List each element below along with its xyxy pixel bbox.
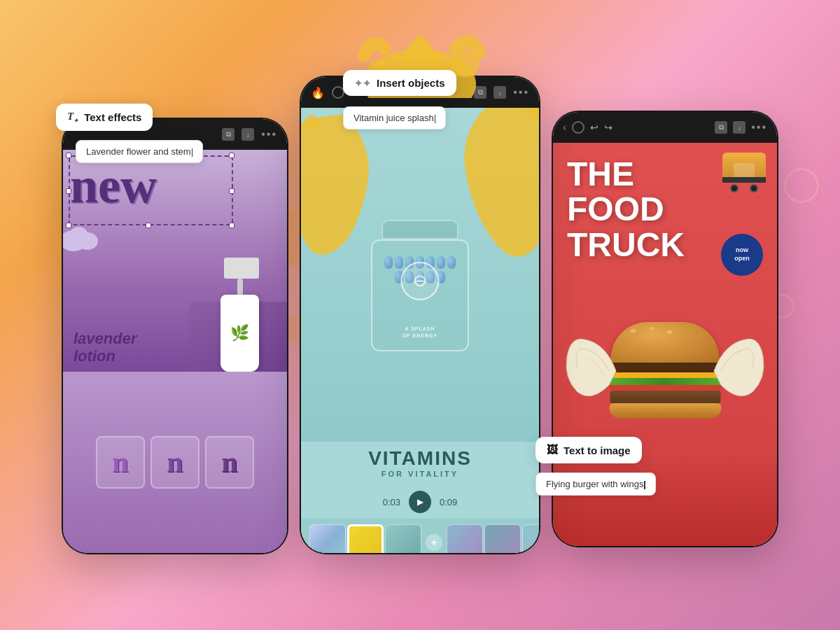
timeline-frame-5[interactable] [484, 524, 521, 553]
flying-burger-value: Flying burger with wings [546, 479, 643, 489]
burger-cursor [644, 481, 645, 489]
download-icon[interactable]: ↓ [241, 128, 254, 141]
selection-box [69, 155, 233, 225]
back-icon[interactable]: ‹ [563, 121, 566, 134]
food-truck-bottom-bg [553, 451, 777, 546]
letter-variant-2[interactable]: n [150, 436, 200, 489]
time-start: 0:03 [383, 497, 400, 507]
download-center-icon[interactable]: ↓ [493, 86, 506, 99]
burger-stack [608, 322, 723, 419]
add-clip-button[interactable]: + [426, 534, 442, 551]
flame-icon[interactable]: 🔥 [311, 86, 325, 99]
timeline-frame-1[interactable] [309, 524, 346, 553]
text-effects-icon: T✦ [67, 111, 78, 124]
text-to-image-label: Text to image [564, 444, 631, 456]
timeline-group-1 [309, 524, 421, 553]
now-open-text: nowopen [734, 246, 750, 262]
lavender-top-section: new 🌿 lavender [63, 150, 287, 372]
burger-visual-area [564, 308, 766, 455]
phone-left-wrapper: T✦ Text effects Lavender flower and stem… [63, 77, 287, 553]
phone-right-wrapper: ‹ ↩ ↩ ⧉ ↓ ••• THE FOOD [553, 84, 777, 546]
copy-icon[interactable]: ⧉ [222, 128, 234, 141]
main-container: ♡ ♡ ♡ ♡ ♡ T✦ Text effects Lavender flowe… [0, 0, 840, 630]
phone-left-topbar-right: ⧉ ↓ ••• [222, 128, 277, 141]
text-to-image-tooltip[interactable]: 🖼 Text to image [536, 437, 642, 463]
timeline-group-2 [447, 524, 539, 553]
phone-right-topbar: ‹ ↩ ↩ ⧉ ↓ ••• [553, 112, 777, 143]
vitamins-title: VITAMINS [312, 449, 528, 468]
insert-objects-tooltip[interactable]: ✦✦ Insert objects [343, 70, 456, 96]
lavender-cursor [192, 148, 193, 157]
food-truck-title: THE FOOD TRUCK [567, 157, 685, 262]
vitamin-juice-value: Vitamin juice splash [354, 113, 434, 123]
insert-objects-icon: ✦✦ [354, 78, 371, 89]
burger-wing-left [564, 336, 620, 409]
heart-deco-2: ♡ [799, 210, 812, 227]
vitamin-juice-input[interactable]: Vitamin juice splash [343, 106, 446, 130]
vitamin-jar: ⊖ A SPLASH OF ENERGY [368, 220, 472, 351]
vitamins-label: VITAMINS FOR VITALITY [301, 442, 539, 485]
splash-left-blob [301, 115, 374, 269]
play-button[interactable]: ▶ [409, 491, 431, 513]
svg-point-2 [451, 49, 479, 77]
lavender-input-value: Lavender flower and stem [86, 146, 191, 157]
heart-deco-4: ♡ [790, 322, 805, 342]
more-center-icon[interactable]: ••• [513, 86, 529, 99]
svg-point-4 [527, 108, 539, 120]
vitamins-bg: ⊖ A SPLASH OF ENERGY V [301, 108, 539, 553]
lavender-input-field[interactable]: Lavender flower and stem [76, 140, 203, 163]
download-right-icon[interactable]: ↓ [733, 121, 746, 134]
letter-variants-row: n n n [96, 436, 254, 489]
undo-right-icon[interactable]: ↩ [590, 122, 598, 133]
vitamins-visual-area: ⊖ A SPLASH OF ENERGY [301, 108, 539, 442]
heart-deco-1: ♡ [778, 140, 798, 167]
phone-center-wrapper: ✦✦ Insert objects Vitamin juice splash 🔥 [301, 77, 539, 553]
flying-burger-input[interactable]: Flying burger with wings [536, 472, 656, 496]
cloud-right-icon[interactable] [572, 121, 584, 134]
text-effects-tooltip[interactable]: T✦ Text effects [56, 104, 153, 131]
time-end: 0:09 [440, 497, 457, 507]
phone-center: 🔥 ↩ ⧉ ↓ ••• [301, 77, 539, 553]
vitamins-subtitle: FOR VITALITY [312, 470, 528, 478]
jar-energy-text: A SPLASH OF ENERGY [372, 326, 468, 340]
timeline-frame-3[interactable] [385, 524, 421, 553]
food-truck-icon [720, 153, 769, 188]
video-controls: 0:03 ▶ 0:09 [301, 485, 539, 519]
lavender-bottom-section: n n n [63, 372, 287, 553]
letter-variant-3[interactable]: n [205, 436, 254, 489]
text-to-image-icon: 🖼 [547, 444, 558, 456]
lotion-bottle: 🌿 [220, 258, 259, 372]
copy-right-icon[interactable]: ⧉ [715, 121, 727, 134]
timeline-frame-2[interactable] [347, 524, 384, 553]
deco-circle-1 [784, 168, 819, 203]
phone-left: ⧉ ↓ ••• [63, 119, 287, 553]
redo-right-icon[interactable]: ↩ [604, 122, 612, 133]
vitamin-cursor [435, 115, 436, 123]
more-icon[interactable]: ••• [261, 128, 277, 141]
svg-point-3 [304, 115, 318, 129]
brand-name: lavender lotion [74, 330, 137, 364]
timeline-strip: + [301, 519, 539, 553]
lavender-bg: new 🌿 lavender [63, 150, 287, 553]
timeline-frame-6[interactable] [522, 524, 539, 553]
more-right-icon[interactable]: ••• [751, 121, 767, 134]
phone-right-topbar-icons: ‹ ↩ ↩ ⧉ ↓ ••• [563, 121, 767, 134]
timeline-frame-4[interactable] [447, 524, 483, 553]
burger-wing-right [710, 336, 766, 409]
phone-left-content: new 🌿 lavender [63, 150, 287, 553]
copy-center-icon[interactable]: ⧉ [474, 86, 486, 99]
phone-center-content: ⊖ A SPLASH OF ENERGY V [301, 108, 539, 553]
text-effects-label: Text effects [84, 111, 141, 123]
now-open-badge: nowopen [721, 234, 763, 276]
letter-variant-1[interactable]: n [96, 436, 145, 489]
phone-center-topbar-right: ⧉ ↓ ••• [474, 86, 529, 99]
insert-objects-label: Insert objects [377, 77, 445, 89]
